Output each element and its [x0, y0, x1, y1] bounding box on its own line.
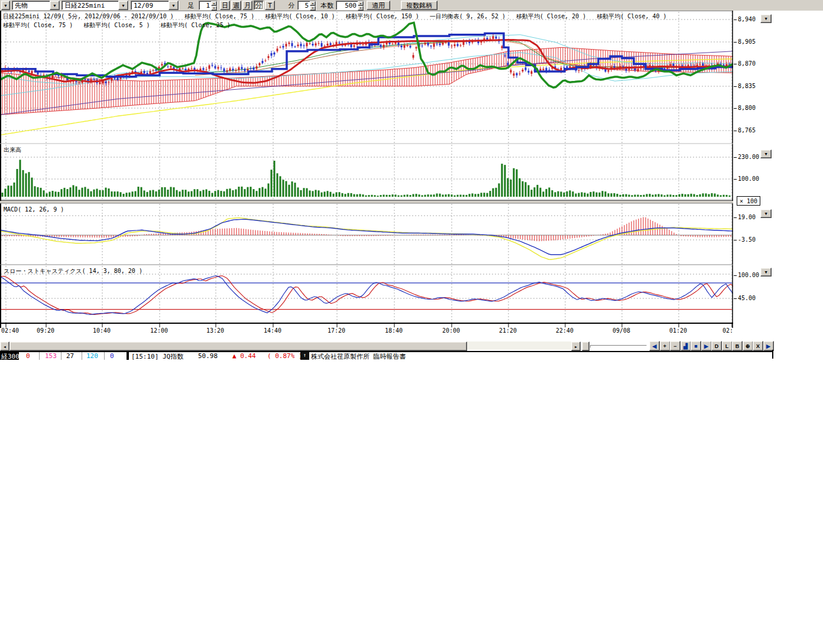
header-item: 日経225mini 12/09( 5分, 2012/09/06 - 2012/0…: [3, 12, 174, 21]
market-select[interactable]: 先物 ▼: [12, 1, 60, 10]
ticker-index-box: 経300: [0, 352, 19, 360]
zoom-out-button[interactable]: −: [670, 341, 681, 351]
period-button-分[interactable]: 分: [254, 1, 264, 10]
main-pane-dropdown-button[interactable]: ▼: [760, 14, 772, 23]
price-chart-canvas[interactable]: [0, 11, 733, 341]
spinner-arrows[interactable]: ▲▼: [358, 1, 364, 9]
ticker-value: 27: [66, 352, 74, 360]
apply-button[interactable]: 適用: [367, 1, 390, 10]
y-axis-label: 8,800: [738, 105, 756, 111]
header-item: 移動平均( Close, 25 ): [161, 21, 231, 30]
zoom-slider-groove[interactable]: [590, 345, 647, 348]
ticker-news-change: ▲ 0.44: [232, 352, 256, 360]
header-item: 移動平均( Close, 75 ): [3, 21, 73, 30]
toolbar: ▼ 先物 ▼ 日経225mini ▼ 12/09 ▼ 足 1 ▲▼ 日週月分T …: [0, 0, 823, 11]
triangle-right-icon: ▶: [575, 344, 577, 349]
scroll-left-button[interactable]: ◀: [0, 341, 9, 351]
y-tick-mark: [734, 275, 737, 276]
button-label: −: [673, 343, 676, 349]
time-axis-label: 02:: [722, 327, 733, 334]
period-button-月[interactable]: 月: [242, 1, 252, 10]
ticker-news-time: [15:10] JQ指数: [131, 352, 183, 360]
hscrollbar-thumb[interactable]: [9, 341, 467, 351]
shift-chart-left-button[interactable]: ◀: [649, 341, 660, 351]
y-axis-label: 8,765: [738, 127, 756, 134]
close-button[interactable]: X: [753, 341, 763, 351]
mode-d-button[interactable]: D: [711, 341, 722, 351]
up-arrow-icon: ↑: [300, 352, 309, 360]
shift-chart-left-icon: ◀: [653, 343, 657, 349]
spinner-arrows[interactable]: ▲▼: [211, 1, 217, 9]
volume-pane-dropdown-button[interactable]: ▼: [760, 149, 772, 158]
compare-chart-icon: ▟: [683, 343, 688, 349]
window-menu-button[interactable]: ▼: [1, 1, 10, 10]
y-axis-label: 8,835: [738, 83, 756, 89]
market-select-value: 先物: [12, 1, 50, 10]
y-tick-mark: [734, 179, 737, 180]
zoom-slider-handle[interactable]: [582, 341, 589, 351]
y-tick-mark: [734, 86, 737, 87]
y-tick-mark: [734, 42, 737, 43]
chart-header-line1: 日経225mini 12/09( 5分, 2012/09/06 - 2012/0…: [3, 12, 667, 21]
time-axis-label: 20:00: [442, 327, 460, 334]
minute-label: 分: [287, 1, 296, 10]
spinner-arrows[interactable]: ▲▼: [310, 1, 316, 9]
play-button[interactable]: ▶: [701, 341, 712, 351]
volume-pane-label: 出来高: [4, 146, 21, 154]
shift-chart-right-icon: ▶: [766, 343, 770, 349]
time-axis-label: 01:20: [669, 327, 687, 334]
ticker-separator: [104, 352, 105, 360]
chevron-down-icon: ▼: [764, 212, 767, 216]
contract-select-value: 12/09: [131, 2, 169, 9]
multi-symbol-button[interactable]: 複数銘柄: [401, 1, 438, 10]
bar-label: 足: [187, 1, 195, 10]
macd-pane-dropdown-button[interactable]: ▼: [760, 209, 772, 218]
button-label: X: [756, 343, 760, 349]
chevron-down-icon[interactable]: ▼: [169, 1, 179, 10]
minute-stepper[interactable]: 5 ▲▼: [297, 1, 316, 10]
period-button-週[interactable]: 週: [231, 1, 241, 10]
mode-b-button[interactable]: B: [732, 341, 743, 351]
trading-app-window: ▼ 先物 ▼ 日経225mini ▼ 12/09 ▼ 足 1 ▲▼ 日週月分T …: [0, 0, 823, 644]
symbol-select[interactable]: 日経225mini ▼: [61, 1, 129, 10]
stoch-pane-dropdown-button[interactable]: ▼: [760, 268, 772, 277]
triangle-left-icon: ◀: [4, 344, 6, 349]
macd-pane-label: MACD( 12, 26, 9 ): [4, 206, 64, 213]
y-axis-label: 45.00: [738, 295, 756, 301]
zoom-in-button[interactable]: +: [660, 341, 670, 351]
y-tick-mark: [734, 157, 737, 158]
stoch-pane-label: スロー・ストキャスティクス( 14, 3, 80, 20 ): [4, 267, 142, 275]
period-button-T[interactable]: T: [265, 1, 275, 10]
chart-header-line2: 移動平均( Close, 75 )移動平均( Close, 5 )移動平均( C…: [3, 21, 231, 30]
y-axis-label: -3.50: [738, 236, 756, 243]
time-axis-label: 12:00: [150, 327, 168, 334]
magnify-button[interactable]: ⊕: [743, 341, 753, 351]
header-item: 移動平均( Close, 5 ): [83, 21, 150, 30]
bar-count-value: 1: [199, 2, 211, 9]
play-icon: ▶: [704, 343, 708, 349]
y-tick-mark: [734, 64, 737, 64]
ticker-headline: 株式会社荏原製作所 臨時報告書: [311, 352, 406, 360]
chevron-down-icon: ▼: [764, 270, 767, 275]
chevron-down-icon[interactable]: ▼: [118, 1, 128, 10]
period-button-日[interactable]: 日: [220, 1, 230, 10]
scroll-right-button[interactable]: ▶: [571, 341, 581, 351]
button-label: +: [663, 343, 666, 349]
header-item: 一目均衡表( 9, 26, 52 ): [430, 12, 506, 21]
contract-select[interactable]: 12/09 ▼: [131, 1, 179, 10]
compare-chart-button[interactable]: ▟: [681, 341, 691, 351]
marker-button[interactable]: ■: [691, 341, 701, 351]
bars-label: 本数: [319, 1, 335, 10]
minute-value: 5: [298, 2, 310, 9]
bar-count-stepper[interactable]: 1 ▲▼: [199, 1, 218, 10]
bars-value: 500: [336, 2, 358, 9]
y-axis-label: 8,905: [738, 38, 756, 45]
ticker-separator: [39, 352, 40, 360]
y-axis-label: 100.00: [738, 272, 759, 278]
header-item: 移動平均( Close, 75 ): [184, 12, 254, 21]
chevron-down-icon[interactable]: ▼: [50, 1, 60, 10]
bars-stepper[interactable]: 500 ▲▼: [336, 1, 364, 10]
mode-l-button[interactable]: L: [722, 341, 733, 351]
bottom-scroll-row: ◀ ▶ ◀+−▟■▶DLB⊕X▶: [0, 341, 823, 350]
ticker-value: 153: [45, 352, 57, 360]
